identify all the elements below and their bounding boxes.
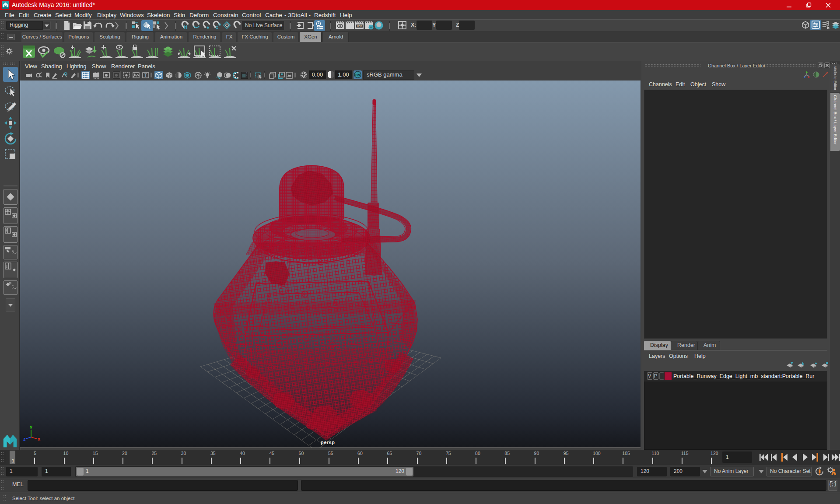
svg-text:IPR: IPR xyxy=(357,24,362,28)
svg-text:x: x xyxy=(38,436,41,441)
svg-text:y: y xyxy=(30,424,33,429)
svg-text:ON: ON xyxy=(355,74,360,77)
svg-text:z: z xyxy=(23,436,26,441)
svg-text:T: T xyxy=(144,73,147,78)
